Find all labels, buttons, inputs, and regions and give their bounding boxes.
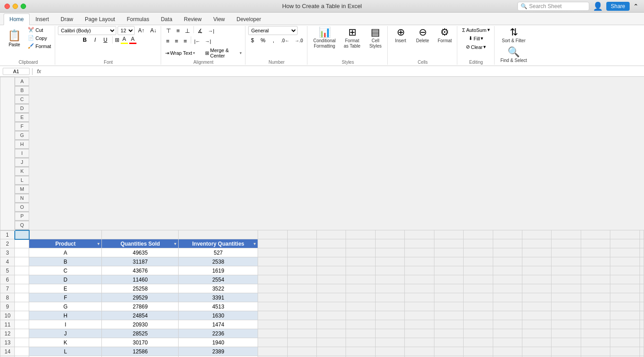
empty-r12-c6[interactable] [434, 329, 463, 338]
col-header-D[interactable]: D [15, 104, 29, 113]
empty-r9-c2[interactable] [316, 302, 346, 311]
find-select-button[interactable]: 🔍 Find & Select [497, 46, 530, 65]
conditional-formatting-button[interactable]: 📊 ConditionalFormatting [310, 26, 339, 50]
align-bottom-button[interactable]: ⊥ [183, 26, 192, 35]
cell-A5[interactable] [15, 266, 29, 275]
minimize-button[interactable] [13, 4, 18, 9]
bold-button[interactable]: B [80, 36, 89, 44]
italic-button[interactable]: I [91, 36, 100, 44]
empty-r3-c4[interactable] [375, 248, 404, 257]
number-format-select[interactable]: General Number Currency Accounting Short… [248, 26, 298, 35]
empty-r6-c7[interactable] [464, 275, 493, 284]
empty-r5-c9[interactable] [522, 266, 552, 275]
empty-r12-c10[interactable] [552, 329, 581, 338]
cell-A2[interactable] [15, 239, 29, 248]
empty-r12-c1[interactable] [287, 329, 316, 338]
empty-r14-c4[interactable] [375, 347, 404, 356]
empty-r4-c4[interactable] [375, 257, 404, 266]
empty-r13-c2[interactable] [316, 338, 346, 347]
empty-r8-c4[interactable] [375, 293, 404, 302]
empty-r6-c10[interactable] [552, 275, 581, 284]
empty-r5-c10[interactable] [552, 266, 581, 275]
grid-scroll-area[interactable]: A B C D E F G H I J K L M N O P Q [0, 77, 644, 357]
border-color-button[interactable]: ⊞ [115, 37, 119, 43]
empty-r10-c10[interactable] [552, 311, 581, 320]
empty-r9-c9[interactable] [522, 302, 552, 311]
cell-inventory-5[interactable]: 1619 [179, 266, 258, 275]
row-header-5[interactable]: 5 [0, 266, 15, 275]
font-size-select[interactable]: 12 [118, 26, 135, 35]
empty-r11-c7[interactable] [464, 320, 493, 329]
font-name-select[interactable]: Calibri (Body) [58, 26, 116, 35]
fx-button[interactable]: fx [35, 68, 43, 75]
search-sheet-box[interactable]: 🔍 Search Sheet [517, 2, 589, 11]
col-header-L[interactable]: L [15, 176, 29, 185]
empty-r13-c10[interactable] [552, 338, 581, 347]
col-header-N[interactable]: N [15, 194, 29, 203]
empty-r9-c8[interactable] [493, 302, 522, 311]
col-header-O[interactable]: O [15, 203, 29, 212]
empty-row2-12[interactable] [610, 239, 640, 248]
cell-inventory-4[interactable]: 2538 [179, 257, 258, 266]
indent-decrease-button[interactable]: |← [193, 36, 202, 46]
empty-r8-c6[interactable] [434, 293, 463, 302]
empty-r6-c8[interactable] [493, 275, 522, 284]
empty-r4-c5[interactable] [405, 257, 434, 266]
empty-r6-c4[interactable] [375, 275, 404, 284]
maximize-button[interactable] [21, 4, 26, 9]
empty-r10-c7[interactable] [464, 311, 493, 320]
empty-r1-c10[interactable] [464, 230, 493, 239]
empty-r7-c2[interactable] [316, 284, 346, 293]
empty-row2-4[interactable] [375, 239, 404, 248]
cell-A11[interactable] [15, 320, 29, 329]
empty-r3-c5[interactable] [405, 248, 434, 257]
empty-r1-c5[interactable] [316, 230, 346, 239]
empty-r4-c0[interactable] [258, 257, 287, 266]
empty-r13-c12[interactable] [610, 338, 640, 347]
cell-sold-7[interactable]: 25258 [102, 284, 179, 293]
tab-insert[interactable]: Insert [30, 13, 55, 25]
empty-r9-c10[interactable] [552, 302, 581, 311]
empty-r13-c0[interactable] [258, 338, 287, 347]
empty-r4-c8[interactable] [493, 257, 522, 266]
text-angle-button[interactable]: ∡ [195, 26, 205, 35]
empty-r9-c6[interactable] [434, 302, 463, 311]
empty-r10-c2[interactable] [316, 311, 346, 320]
empty-r3-c6[interactable] [434, 248, 463, 257]
empty-r7-c9[interactable] [522, 284, 552, 293]
empty-r1-c6[interactable] [346, 230, 375, 239]
empty-r5-c0[interactable] [258, 266, 287, 275]
empty-r14-c1[interactable] [287, 347, 316, 356]
header-cell-2[interactable]: Inventory Quantities▾ [179, 239, 258, 248]
empty-r3-c12[interactable] [610, 248, 640, 257]
empty-r13-c3[interactable] [346, 338, 375, 347]
empty-r11-c2[interactable] [316, 320, 346, 329]
empty-r8-c7[interactable] [464, 293, 493, 302]
empty-r6-c11[interactable] [581, 275, 610, 284]
empty-r13-c9[interactable] [522, 338, 552, 347]
col-header-H[interactable]: H [15, 140, 29, 149]
cell-A14[interactable] [15, 347, 29, 356]
fill-button[interactable]: ⬇ Fill ▾ [466, 35, 486, 42]
copy-button[interactable]: 📄 Copy [26, 34, 53, 42]
align-left-button[interactable]: ≡ [164, 36, 172, 46]
row-header-6[interactable]: 6 [0, 275, 15, 284]
empty-r6-c0[interactable] [258, 275, 287, 284]
empty-r1-c13[interactable] [552, 230, 581, 239]
empty-r14-c12[interactable] [610, 347, 640, 356]
increase-font-button[interactable]: A↑ [136, 26, 147, 35]
cell-A9[interactable] [15, 302, 29, 311]
merge-center-button[interactable]: ⊞ Merge & Center ▾ [204, 47, 243, 59]
empty-r4-c2[interactable] [316, 257, 346, 266]
empty-r1-c9[interactable] [434, 230, 463, 239]
empty-r5-c2[interactable] [316, 266, 346, 275]
empty-r13-c5[interactable] [405, 338, 434, 347]
empty-r5-c7[interactable] [464, 266, 493, 275]
empty-row2-11[interactable] [581, 239, 610, 248]
cell-product-12[interactable]: J [29, 329, 102, 338]
col-header-G[interactable]: G [15, 131, 29, 140]
empty-r7-c7[interactable] [464, 284, 493, 293]
empty-r8-c10[interactable] [552, 293, 581, 302]
col-header-K[interactable]: K [15, 167, 29, 176]
empty-r13-c1[interactable] [287, 338, 316, 347]
